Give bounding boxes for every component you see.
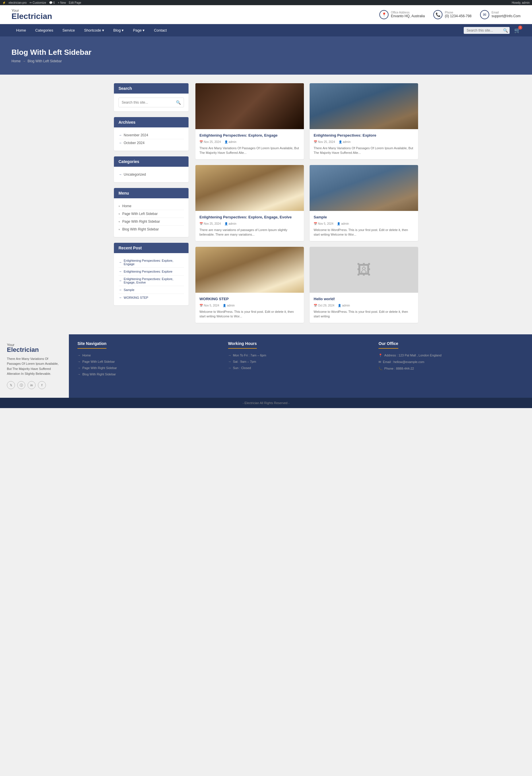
footer-logo[interactable]: Your Electrician [7, 343, 62, 353]
chevron-icon: ▾ [119, 220, 120, 223]
footer-hours-sunday: → Sun : Closed [228, 365, 373, 371]
post-title[interactable]: Hello world! [314, 297, 414, 302]
recent-post-item[interactable]: → Enlightening Perspectives: Explore, En… [119, 275, 184, 286]
arrow-icon: → [119, 133, 122, 137]
admin-wp-icon: ⚡ [2, 1, 6, 4]
page-title: Blog With Left Sidebar [11, 48, 521, 57]
footer-nav-home[interactable]: → Home [77, 352, 222, 358]
nav-shortcode[interactable]: Shortcode ▾ [79, 24, 109, 36]
post-card: Enlightening Perspectives: Explore, Enga… [195, 165, 304, 241]
nav-blog[interactable]: Blog ▾ [109, 24, 129, 36]
archive-item[interactable]: → October 2024 [119, 139, 184, 147]
logo-electrician: Electrician [11, 12, 52, 20]
footer-hours-weekday: → Mon To Fri : 7am – 6pm [228, 352, 373, 358]
post-author: 👤 admin [337, 222, 349, 225]
admin-edit-page[interactable]: Edit Page [69, 1, 81, 4]
post-title[interactable]: Sample [314, 215, 414, 220]
archive-oct: October 2024 [124, 141, 145, 145]
footer-hours-col: Working Hours → Mon To Fri : 7am – 6pm →… [228, 341, 373, 391]
post-meta: 📅 Nov 5, 2024 👤 admin [199, 304, 300, 307]
post-body: Enlightening Perspectives: Explore, Enga… [195, 129, 304, 159]
footer-nav-blog[interactable]: → Blog With Right Sidebar [77, 371, 222, 377]
breadcrumb-separator: → [22, 59, 26, 63]
footer-office-email: ✉ Email : hellow@example.com [378, 359, 523, 365]
footer-columns: Site Navigation → Home → Page With Left … [69, 334, 532, 398]
main-wrapper: Search 🔍 Archives → November 2024 → [108, 83, 424, 323]
recent-post-item[interactable]: → Sample [119, 286, 184, 294]
post-thumbnail [195, 83, 304, 129]
post-title[interactable]: Enlightening Perspectives: Explore, Enga… [199, 133, 300, 138]
footer-brand: Your Electrician There Are Many Variatio… [0, 334, 69, 398]
chevron-icon: ▾ [119, 228, 120, 231]
nav-service[interactable]: Service [58, 24, 79, 36]
contact-email-value: support@Info.Com [492, 14, 521, 18]
site-logo[interactable]: Your Electrician [11, 9, 52, 20]
nav-contact[interactable]: Contact [149, 24, 171, 36]
breadcrumb-home[interactable]: Home [11, 59, 21, 63]
breadcrumb-current: Blog With Left Sidebar [27, 59, 62, 63]
arrow-icon: → [228, 366, 231, 370]
arrow-icon: → [119, 269, 122, 273]
post-card: Enlightening Perspectives: Explore 📅 Nov… [310, 83, 418, 159]
nav-cart[interactable]: 🛒 2 [514, 27, 521, 34]
recent-post-widget: Recent Post → Enlightening Perspectives:… [114, 243, 189, 305]
arrow-icon: → [119, 260, 122, 264]
phone-icon: 📞 [378, 367, 382, 371]
admin-new[interactable]: + New [58, 1, 66, 4]
nav-home[interactable]: Home [11, 24, 31, 36]
menu-item-left-sidebar[interactable]: ▾ Page With Left Sidebar [119, 210, 184, 218]
breadcrumb: Home → Blog With Left Sidebar [11, 59, 521, 63]
post-excerpt: There are many variations of passages of… [199, 228, 300, 237]
post-card: Sample 📅 Nov 5, 2024 👤 admin Welcome to … [310, 165, 418, 241]
cart-badge: 2 [518, 25, 522, 30]
nav-page[interactable]: Page ▾ [128, 24, 149, 36]
post-title[interactable]: WORKING STEP [199, 297, 300, 302]
footer-brand-text: There Are Many Variations Of Passages Of… [7, 356, 62, 377]
menu-list: ▾ Home ▾ Page With Left Sidebar ▾ Page W… [119, 202, 184, 233]
search-icon[interactable]: 🔍 [503, 28, 508, 33]
post-excerpt: Welcome to WordPress. This is your first… [314, 310, 414, 319]
menu-widget: Menu ▾ Home ▾ Page With Left Sidebar ▾ P… [114, 188, 189, 237]
menu-widget-title: Menu [114, 188, 189, 198]
post-thumbnail: 🖼 [310, 247, 418, 293]
post-body: WORKING STEP 📅 Nov 5, 2024 👤 admin Welco… [195, 293, 304, 323]
post-excerpt: Welcome to WordPress. This is your first… [314, 228, 414, 237]
post-author: 👤 admin [224, 140, 236, 144]
archive-item[interactable]: → November 2024 [119, 132, 184, 139]
archive-nov: November 2024 [124, 133, 148, 137]
category-item[interactable]: → Uncategorized [119, 171, 184, 178]
arrow-icon: → [77, 373, 80, 376]
location-icon: 📍 [378, 354, 382, 357]
recent-post-title: Recent Post [114, 243, 189, 253]
post-body: Enlightening Perspectives: Explore 📅 Nov… [310, 129, 418, 159]
footer-office-phone: 📞 Phone : 8888-444-22 [378, 365, 523, 372]
footer-nav-left[interactable]: → Page With Left Sidebar [77, 358, 222, 365]
menu-item-blog-right[interactable]: ▾ Blog With Right Sidebar [119, 226, 184, 233]
nav-search-input[interactable] [464, 27, 510, 34]
social-twitter[interactable]: 𝕏 [7, 381, 15, 389]
recent-post-item[interactable]: → Enlightening Perspectives: Explore, En… [119, 257, 184, 268]
post-meta: 📅 Oct 29, 2024 👤 admin [314, 304, 414, 307]
arrow-icon: → [119, 173, 122, 177]
sidebar-search-input[interactable] [119, 98, 173, 107]
admin-site-name[interactable]: electrician-pro [9, 1, 27, 4]
sidebar-search-button[interactable]: 🔍 [173, 98, 184, 107]
footer-nav-right[interactable]: → Page With Right Sidebar [77, 365, 222, 371]
admin-customize[interactable]: ✏ Customize [29, 1, 46, 4]
social-instagram[interactable]: ⓘ [17, 381, 25, 389]
admin-comments[interactable]: 💬 6 [49, 1, 55, 4]
contact-email-label: Email [492, 11, 521, 14]
recent-post-item[interactable]: → WORKING STEP [119, 294, 184, 301]
post-title[interactable]: Enlightening Perspectives: Explore [314, 133, 414, 138]
menu-item-right-sidebar[interactable]: ▾ Page With Right Sidebar [119, 218, 184, 226]
social-linkedin[interactable]: in [27, 381, 36, 389]
footer-social: 𝕏 ⓘ in f [7, 381, 62, 389]
nav-search: 🔍 🛒 2 [464, 27, 521, 34]
menu-item-home[interactable]: ▾ Home [119, 202, 184, 210]
recent-post-item[interactable]: → Enlightening Perspectives: Explore [119, 268, 184, 275]
page-hero: Blog With Left Sidebar Home → Blog With … [0, 36, 532, 74]
categories-widget: Categories → Uncategorized [114, 156, 189, 182]
post-title[interactable]: Enlightening Perspectives: Explore, Enga… [199, 215, 300, 220]
nav-categories[interactable]: Categories [31, 24, 58, 36]
social-facebook[interactable]: f [38, 381, 46, 389]
